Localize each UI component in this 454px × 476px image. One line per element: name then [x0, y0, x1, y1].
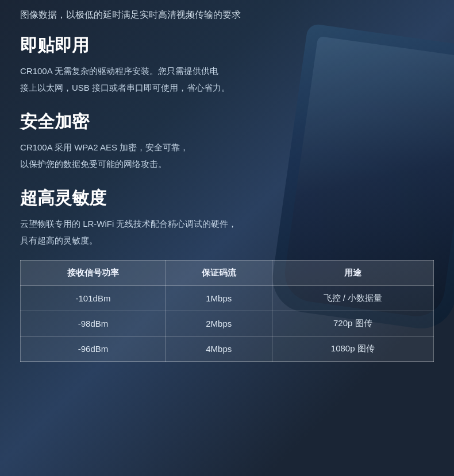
table-container: 接收信号功率 保证码流 用途 -101dBm 1Mbps 飞控 / 小数据量 -…: [20, 260, 434, 362]
table-cell-usage-1: 飞控 / 小数据量: [272, 286, 433, 311]
intro-text: 图像数据，以极低的延时满足实时高清视频传输的要求: [20, 0, 434, 34]
table-cell-bitrate-1: 1Mbps: [166, 286, 272, 311]
section-title-sensitivity: 超高灵敏度: [20, 187, 434, 209]
table-header-signal: 接收信号功率: [21, 261, 166, 286]
section-plug-and-play: 即贴即用 CR100A 无需复杂的驱动程序安装。您只需提供供电 接上以太网，US…: [20, 34, 434, 96]
table-row: -96dBm 4Mbps 1080p 图传: [21, 336, 434, 362]
table-cell-signal-2: -98dBm: [21, 311, 166, 336]
main-content: 图像数据，以极低的延时满足实时高清视频传输的要求 即贴即用 CR100A 无需复…: [0, 0, 454, 362]
section-body-plug-and-play: CR100A 无需复杂的驱动程序安装。您只需提供供电 接上以太网，USB 接口或…: [20, 63, 434, 96]
section-security: 安全加密 CR100A 采用 WPA2 AES 加密，安全可靠， 以保护您的数据…: [20, 110, 434, 172]
table-header-usage: 用途: [272, 261, 433, 286]
table-header-bitrate: 保证码流: [166, 261, 272, 286]
table-cell-signal-3: -96dBm: [21, 336, 166, 362]
section-body-sensitivity-line-2: 具有超高的灵敏度。: [20, 233, 434, 249]
table-row: -98dBm 2Mbps 720p 图传: [21, 311, 434, 336]
section-body-line-1: CR100A 无需复杂的驱动程序安装。您只需提供供电: [20, 63, 434, 80]
section-body-security: CR100A 采用 WPA2 AES 加密，安全可靠， 以保护您的数据免受可能的…: [20, 140, 434, 172]
table-cell-bitrate-2: 2Mbps: [166, 311, 272, 336]
table-header-row: 接收信号功率 保证码流 用途: [21, 261, 434, 286]
section-title-security: 安全加密: [20, 110, 434, 133]
sensitivity-table: 接收信号功率 保证码流 用途 -101dBm 1Mbps 飞控 / 小数据量 -…: [20, 260, 434, 362]
section-body-line-2: 接上以太网，USB 接口或者串口即可使用，省心省力。: [20, 80, 434, 96]
table-row: -101dBm 1Mbps 飞控 / 小数据量: [21, 286, 434, 311]
section-sensitivity: 超高灵敏度 云望物联专用的 LR-WiFi 无线技术配合精心调试的硬件， 具有超…: [20, 187, 434, 362]
section-body-sensitivity: 云望物联专用的 LR-WiFi 无线技术配合精心调试的硬件， 具有超高的灵敏度。: [20, 216, 434, 249]
table-cell-signal-1: -101dBm: [21, 286, 166, 311]
section-body-security-line-1: CR100A 采用 WPA2 AES 加密，安全可靠，: [20, 140, 434, 156]
section-body-sensitivity-line-1: 云望物联专用的 LR-WiFi 无线技术配合精心调试的硬件，: [20, 216, 434, 233]
table-cell-bitrate-3: 4Mbps: [166, 336, 272, 362]
section-title-plug-and-play: 即贴即用: [20, 34, 434, 56]
section-body-security-line-2: 以保护您的数据免受可能的网络攻击。: [20, 156, 434, 173]
table-cell-usage-3: 1080p 图传: [272, 336, 433, 362]
table-cell-usage-2: 720p 图传: [272, 311, 433, 336]
